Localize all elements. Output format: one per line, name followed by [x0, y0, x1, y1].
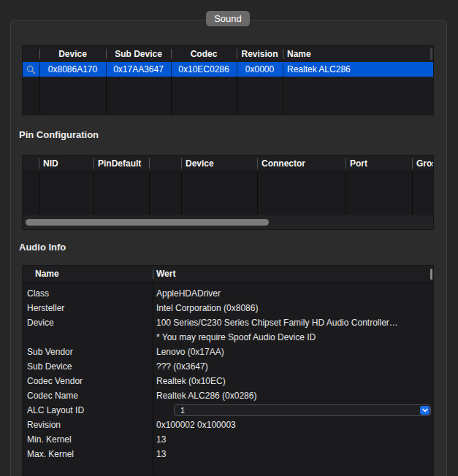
audio-info-row-name: Class	[27, 286, 150, 301]
device-cell-codec: 0x10EC0286	[171, 62, 237, 77]
column-header-device[interactable]: Device	[39, 46, 106, 62]
audio-info-row-value: 100 Series/C230 Series Chipset Family HD…	[156, 315, 430, 330]
audio-info-row-value: Realtek ALC286 (0x0286)	[156, 388, 430, 403]
audio-info-row-name: Min. Kernel	[27, 432, 150, 447]
audio-info-row-name: Device	[27, 315, 150, 330]
audio-table-header: Name Wert	[23, 266, 433, 283]
column-header-name[interactable]: Name	[23, 266, 153, 282]
audio-info-row-value: ??? (0x3647)	[156, 359, 430, 374]
audio-info-row-value: 13	[156, 432, 430, 447]
horizontal-scrollbar-thumb[interactable]	[26, 219, 269, 226]
audio-info-row-name: Codec Name	[27, 388, 150, 403]
pin-configuration-title: Pin Configuration	[19, 129, 99, 140]
audio-info-row[interactable]: Sub Vendor Lenovo (0x17AA)	[23, 345, 433, 359]
audio-info-rows: Class AppleHDADriver Hersteller Intel Co…	[23, 286, 433, 461]
audio-info-row[interactable]: ALC Layout ID 1	[23, 403, 433, 418]
audio-info-row-name: Revision	[27, 418, 150, 432]
audio-info-row[interactable]: Max. Kernel 13	[23, 447, 433, 461]
column-header-name[interactable]: Name	[283, 46, 433, 62]
audio-info-row-value: Realtek (0x10EC)	[156, 374, 430, 388]
audio-info-row-value: AppleHDADriver	[156, 286, 430, 301]
audio-info-row-name: Codec Vendor	[27, 374, 150, 388]
audio-info-row[interactable]: * You may require Spoof Audio Device ID	[23, 330, 433, 345]
audio-info-row-name: Sub Vendor	[27, 345, 150, 359]
alc-layout-id-popup[interactable]: 1	[174, 404, 431, 416]
column-header-port[interactable]: Port	[346, 156, 412, 172]
audio-info-row[interactable]: Hersteller Intel Corporation (0x8086)	[23, 301, 433, 315]
devices-table-header: Device Sub Device Codec Revision Name	[23, 46, 433, 63]
audio-info-row-name: Sub Device	[27, 359, 150, 374]
audio-info-row-value: 0x100002 0x100003	[156, 418, 430, 432]
audio-info-row-value: Intel Corporation (0x8086)	[156, 301, 430, 315]
audio-info-row[interactable]: Revision 0x100002 0x100003	[23, 418, 433, 432]
horizontal-scrollbar-track[interactable]	[23, 215, 433, 229]
audio-info-row-name: Hersteller	[27, 301, 150, 315]
device-cell-name: Realtek ALC286	[283, 62, 433, 77]
pin-configuration-table: NID PinDefault Device Connector Port Gro…	[22, 155, 434, 230]
audio-info-row-value: 13	[156, 447, 430, 461]
audio-info-row[interactable]: Codec Vendor Realtek (0x10EC)	[23, 374, 433, 388]
audio-info-row-value: Lenovo (0x17AA)	[156, 345, 430, 359]
audio-info-row[interactable]: Codec Name Realtek ALC286 (0x0286)	[23, 388, 433, 403]
audio-info-row[interactable]: Min. Kernel 13	[23, 432, 433, 447]
chevron-down-icon[interactable]	[420, 406, 430, 415]
magnifier-icon[interactable]	[23, 62, 39, 77]
column-header-sub-device[interactable]: Sub Device	[106, 46, 171, 62]
devices-table: Device Sub Device Codec Revision Name 0x…	[22, 45, 434, 115]
device-cell-sub-device: 0x17AA3647	[106, 62, 171, 77]
audio-info-row-value: * You may require Spoof Audio Device ID	[156, 330, 430, 345]
audio-info-row[interactable]: Sub Device ??? (0x3647)	[23, 359, 433, 374]
audio-info-row[interactable]: Device 100 Series/C230 Series Chipset Fa…	[23, 315, 433, 330]
column-header-revision[interactable]: Revision	[237, 46, 283, 62]
audio-info-row-name	[27, 330, 150, 345]
vertical-scrollbar[interactable]	[430, 47, 432, 60]
vertical-scrollbar[interactable]	[430, 269, 432, 280]
column-header-codec[interactable]: Codec	[171, 46, 237, 62]
column-header-gross[interactable]: Gros	[412, 156, 434, 172]
device-cell-revision: 0x0000	[237, 62, 283, 77]
column-header-connector[interactable]: Connector	[257, 156, 346, 172]
audio-info-title: Audio Info	[19, 242, 66, 253]
device-cell-device: 0x8086A170	[39, 62, 106, 77]
device-row-selected[interactable]: 0x8086A170 0x17AA3647 0x10EC0286 0x0000 …	[23, 62, 433, 77]
column-header-nid[interactable]: NID	[39, 156, 93, 172]
alc-layout-id-value: 1	[180, 405, 185, 415]
pin-table-header: NID PinDefault Device Connector Port Gro…	[23, 156, 433, 172]
audio-info-row[interactable]: Class AppleHDADriver	[23, 286, 433, 301]
audio-info-table: Name Wert Class AppleHDADriver Herstelle…	[22, 265, 434, 476]
column-header-pin-device[interactable]: Device	[181, 156, 257, 172]
audio-info-row-name: ALC Layout ID	[27, 403, 150, 418]
column-header-wert[interactable]: Wert	[153, 266, 434, 282]
sound-panel-screen: Sound Device Sub Device Codec Revision N…	[0, 0, 458, 476]
audio-info-row-name: Max. Kernel	[27, 447, 150, 461]
tab-sound[interactable]: Sound	[206, 11, 250, 26]
column-header-pindefault[interactable]: PinDefault	[93, 156, 149, 172]
